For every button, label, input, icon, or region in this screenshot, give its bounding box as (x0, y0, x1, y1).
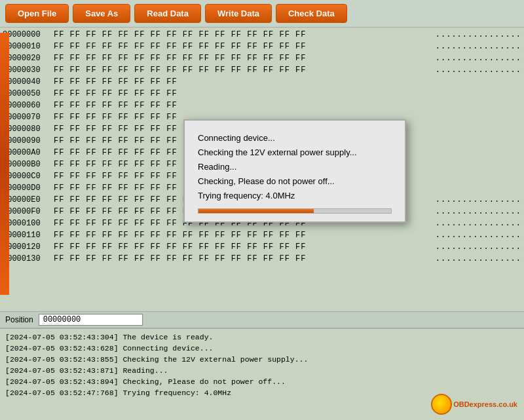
obd-logo-circle (431, 394, 452, 415)
hex-bytes: FF FF FF FF FF FF FF FF FF FF FF FF FF F… (54, 52, 430, 64)
log-line: [2024-07-05 03:52:43:871] Reading... (5, 365, 519, 376)
hex-address: 00000090 (3, 135, 50, 147)
log-line: [2024-07-05 03:52:43:304] The device is … (5, 332, 519, 343)
hex-ascii: ................ (436, 29, 521, 41)
popup-line: Reading... (198, 160, 392, 174)
hex-address: 00000060 (3, 100, 50, 111)
hex-area: 00000000FF FF FF FF FF FF FF FF FF FF FF… (0, 28, 524, 311)
hex-bytes: FF FF FF FF FF FF FF FF (54, 76, 521, 88)
hex-address: 000000C0 (3, 170, 50, 182)
hex-bytes: FF FF FF FF FF FF FF FF (54, 100, 521, 111)
hex-row: 00000010FF FF FF FF FF FF FF FF FF FF FF… (3, 41, 521, 52)
hex-ascii: ................ (436, 41, 521, 52)
hex-address: 00000070 (3, 111, 50, 123)
hex-row: 00000030FF FF FF FF FF FF FF FF FF FF FF… (3, 64, 521, 76)
hex-bytes: FF FF FF FF FF FF FF FF FF FF FF FF FF F… (54, 29, 430, 41)
check-data-button[interactable]: Check Data (276, 4, 347, 23)
hex-ascii: ................ (436, 194, 521, 206)
hex-bytes: FF FF FF FF FF FF FF FF FF FF FF FF FF F… (54, 229, 430, 241)
hex-row: 00000050FF FF FF FF FF FF FF FF (3, 88, 521, 100)
hex-row: 00000040FF FF FF FF FF FF FF FF (3, 76, 521, 88)
position-bar: Position (0, 311, 524, 328)
hex-bytes: FF FF FF FF FF FF FF FF FF FF FF FF FF F… (54, 41, 430, 52)
hex-ascii: ................ (436, 218, 521, 229)
hex-address: 000000E0 (3, 194, 50, 206)
hex-address: 00000080 (3, 123, 50, 135)
hex-ascii: ................ (436, 229, 521, 241)
hex-address: 00000100 (3, 218, 50, 229)
position-label: Position (5, 315, 33, 324)
hex-bytes: FF FF FF FF FF FF FF FF FF FF FF FF FF F… (54, 64, 430, 76)
hex-row: 00000120FF FF FF FF FF FF FF FF FF FF FF… (3, 241, 521, 253)
hex-address: 00000030 (3, 64, 50, 76)
log-line: [2024-07-05 03:52:43:855] Checking the 1… (5, 354, 519, 365)
hex-address: 00000020 (3, 52, 50, 64)
hex-address: 00000010 (3, 41, 50, 52)
hex-bytes: FF FF FF FF FF FF FF FF (54, 88, 521, 100)
status-popup: Connecting device...Checking the 12V ext… (183, 119, 406, 223)
log-line: [2024-07-05 03:52:43:628] Connecting dev… (5, 343, 519, 354)
read-data-button[interactable]: Read Data (134, 4, 201, 23)
hex-address: 00000050 (3, 88, 50, 100)
popup-line: Trying frequency: 4.0MHz (198, 189, 392, 203)
popup-message: Connecting device...Checking the 12V ext… (198, 131, 392, 203)
obd-logo-text: OBDexpress.co.uk (453, 400, 517, 408)
obd-logo: OBDexpress.co.uk (431, 394, 517, 415)
position-input[interactable] (39, 314, 143, 326)
app-window: Open File Save As Read Data Write Data C… (0, 0, 524, 420)
write-data-button[interactable]: Write Data (205, 4, 272, 23)
popup-line: Checking the 12V external power supply..… (198, 145, 392, 160)
hex-address: 000000F0 (3, 206, 50, 218)
hex-address: 000000B0 (3, 159, 50, 170)
hex-address: 000000A0 (3, 147, 50, 159)
hex-row: 00000060FF FF FF FF FF FF FF FF (3, 100, 521, 111)
hex-address: 00000040 (3, 76, 50, 88)
hex-address: 000000D0 (3, 182, 50, 194)
popup-scrollbar[interactable] (198, 208, 392, 214)
hex-ascii: ................ (436, 206, 521, 218)
hex-ascii: ................ (436, 64, 521, 76)
popup-line: Checking, Please do not power off... (198, 174, 392, 189)
hex-bytes: FF FF FF FF FF FF FF FF FF FF FF FF FF F… (54, 253, 430, 265)
popup-scrollbar-thumb (198, 209, 314, 213)
hex-row: 00000000FF FF FF FF FF FF FF FF FF FF FF… (3, 29, 521, 41)
popup-line: Connecting device... (198, 131, 392, 145)
hex-row: 00000130FF FF FF FF FF FF FF FF FF FF FF… (3, 253, 521, 265)
hex-bytes: FF FF FF FF FF FF FF FF FF FF FF FF FF F… (54, 241, 430, 253)
hex-ascii: ................ (436, 52, 521, 64)
hex-ascii: ................ (436, 253, 521, 265)
hex-row: 00000110FF FF FF FF FF FF FF FF FF FF FF… (3, 229, 521, 241)
hex-row: 00000020FF FF FF FF FF FF FF FF FF FF FF… (3, 52, 521, 64)
log-line: [2024-07-05 03:52:43:894] Checking, Plea… (5, 376, 519, 387)
hex-address: 00000130 (3, 253, 50, 265)
hex-address: 00000110 (3, 229, 50, 241)
toolbar: Open File Save As Read Data Write Data C… (0, 0, 524, 28)
open-file-button[interactable]: Open File (5, 4, 69, 23)
hex-address: 00000000 (3, 29, 50, 41)
save-as-button[interactable]: Save As (73, 4, 130, 23)
hex-address: 00000120 (3, 241, 50, 253)
hex-ascii: ................ (436, 241, 521, 253)
left-accent (0, 33, 9, 295)
